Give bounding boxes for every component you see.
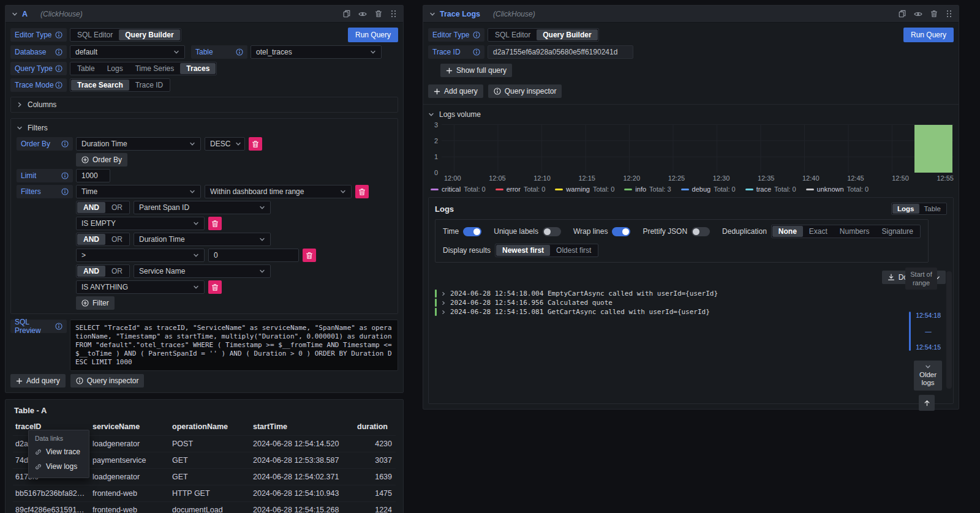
view-trace-menu-item[interactable]: View trace [29, 444, 89, 459]
info-icon[interactable] [61, 188, 69, 195]
col-servicename[interactable]: serviceName [90, 420, 170, 436]
condition-3-field-select[interactable]: Service Name [134, 264, 271, 278]
eye-icon[interactable] [914, 11, 922, 17]
run-query-button[interactable]: Run Query [348, 28, 398, 42]
run-query-button[interactable]: Run Query [903, 28, 954, 42]
view-table-option[interactable]: Table [919, 204, 946, 214]
info-icon[interactable] [236, 48, 243, 56]
dedup-signature[interactable]: Signature [876, 226, 919, 237]
query-type-logs[interactable]: Logs [101, 63, 129, 74]
time-range-indicator[interactable]: 12:54:18 — 12:54:15 [909, 312, 941, 351]
editor-type-query-builder[interactable]: Query Builder [119, 29, 179, 40]
info-icon[interactable] [55, 81, 62, 89]
info-icon[interactable] [61, 140, 69, 148]
plot-area[interactable] [442, 124, 954, 173]
panel-collapse-chevron-icon[interactable] [12, 11, 18, 17]
condition-3-operator-select[interactable]: IS ANYTHING [76, 280, 205, 294]
time-filter-operator-select[interactable]: Within dashboard time range [205, 185, 352, 198]
condition-2-value-input[interactable] [208, 249, 299, 262]
or-option[interactable]: OR [105, 234, 129, 245]
logs-volume-header[interactable]: Logs volume [428, 110, 954, 119]
and-option[interactable]: AND [77, 202, 105, 213]
order-by-field-select[interactable]: Duration Time [76, 137, 201, 151]
log-row[interactable]: 2024-06-28 12:54:18.004 EmptyCartAsync c… [435, 289, 947, 298]
time-filter-field-select[interactable]: Time [76, 185, 201, 198]
remove-condition-2-button[interactable] [303, 249, 316, 262]
add-query-button[interactable]: Add query [10, 374, 66, 388]
remove-condition-3-button[interactable] [208, 280, 222, 294]
info-bar[interactable] [914, 125, 952, 173]
filters-section-header[interactable]: Filters [17, 122, 392, 135]
query-type-time-series[interactable]: Time Series [129, 63, 181, 74]
info-icon[interactable] [55, 65, 62, 72]
dedup-none[interactable]: None [772, 226, 803, 237]
info-icon[interactable] [55, 48, 62, 56]
query-type-table[interactable]: Table [71, 63, 101, 74]
limit-input[interactable] [76, 169, 110, 182]
remove-order-by-button[interactable] [249, 137, 262, 151]
condition-2-field-select[interactable]: Duration Time [134, 233, 271, 246]
add-query-button[interactable]: Add query [428, 84, 483, 98]
eye-icon[interactable] [358, 11, 367, 17]
condition-1-field-select[interactable]: Parent Span ID [134, 201, 271, 214]
expand-chevron-icon[interactable] [441, 291, 446, 296]
editor-type-query-builder[interactable]: Query Builder [537, 29, 597, 40]
copy-icon[interactable] [899, 10, 906, 18]
col-duration[interactable]: duration [355, 420, 396, 436]
trace-mode-id[interactable]: Trace ID [129, 80, 170, 91]
add-filter-button[interactable]: Filter [76, 296, 115, 310]
or-option[interactable]: OR [105, 202, 129, 213]
wrap-lines-toggle[interactable] [612, 227, 630, 236]
drag-handle-icon[interactable] [946, 10, 952, 18]
dedup-exact[interactable]: Exact [803, 226, 834, 237]
order-by-direction-select[interactable]: DESC [205, 137, 245, 151]
drag-handle-icon[interactable] [390, 10, 397, 18]
log-row[interactable]: 2024-06-28 12:54:15.081 GetCartAsync cal… [435, 307, 947, 316]
info-icon[interactable] [55, 323, 62, 330]
or-option[interactable]: OR [105, 266, 129, 277]
panel-collapse-chevron-icon[interactable] [429, 11, 435, 17]
view-logs-menu-item[interactable]: View logs [29, 459, 89, 474]
copy-icon[interactable] [343, 10, 350, 18]
expand-chevron-icon[interactable] [441, 301, 446, 305]
info-icon[interactable] [473, 31, 480, 39]
expand-chevron-icon[interactable] [441, 310, 446, 315]
scroll-to-top-button[interactable] [919, 395, 935, 411]
older-logs-button[interactable]: Older logs [914, 361, 942, 391]
editor-type-sql-editor[interactable]: SQL Editor [489, 29, 537, 40]
prettify-json-toggle[interactable] [692, 227, 710, 236]
col-starttime[interactable]: startTime [251, 420, 355, 436]
trace-id-input[interactable] [488, 45, 633, 59]
database-select[interactable]: default [70, 45, 185, 59]
add-order-by-button[interactable]: Order By [76, 153, 127, 167]
and-option[interactable]: AND [77, 266, 105, 277]
dedup-numbers[interactable]: Numbers [834, 226, 876, 237]
trash-icon[interactable] [375, 10, 382, 18]
and-option[interactable]: AND [77, 234, 105, 245]
info-icon[interactable] [473, 48, 480, 56]
view-logs-option[interactable]: Logs [892, 204, 919, 214]
condition-1-operator-select[interactable]: IS EMPTY [76, 217, 205, 230]
trace-id-link[interactable]: bb5167b236bfa82d1... [13, 485, 90, 502]
log-row[interactable]: 2024-06-28 12:54:16.956 Calculated quote [435, 298, 947, 307]
trace-mode-search[interactable]: Trace Search [71, 80, 129, 91]
unique-labels-toggle[interactable] [543, 227, 561, 236]
panel-title[interactable]: A [22, 10, 28, 18]
time-toggle[interactable] [463, 227, 481, 236]
col-operationname[interactable]: operationName [170, 420, 251, 436]
trash-icon[interactable] [930, 10, 938, 18]
query-type-traces[interactable]: Traces [180, 63, 216, 74]
columns-section-header[interactable]: Columns [11, 97, 398, 112]
table-select[interactable]: otel_traces [251, 45, 382, 59]
logs-scrollbar[interactable] [946, 271, 952, 389]
remove-time-filter-button[interactable] [355, 185, 369, 198]
oldest-first-option[interactable]: Oldest first [550, 245, 597, 256]
remove-condition-1-button[interactable] [208, 217, 222, 230]
condition-2-operator-select[interactable]: > [76, 249, 205, 262]
trace-id-link[interactable]: 89cf4286e631591b4... [13, 502, 90, 513]
newest-first-option[interactable]: Newest first [496, 245, 550, 256]
query-inspector-button[interactable]: Query inspector [70, 374, 145, 388]
panel-title[interactable]: Trace Logs [440, 10, 480, 18]
show-full-query-button[interactable]: Show full query [440, 64, 512, 77]
info-icon[interactable] [61, 172, 69, 179]
